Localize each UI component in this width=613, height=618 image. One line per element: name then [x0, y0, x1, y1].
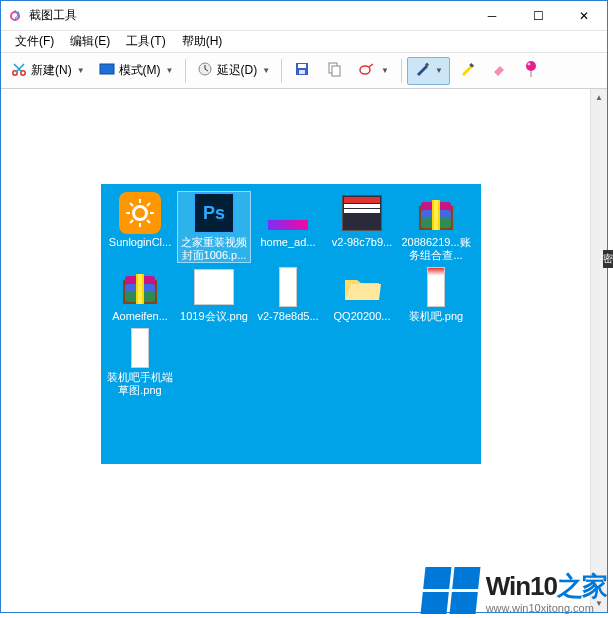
file-icon [414, 266, 458, 308]
svg-point-14 [527, 63, 530, 66]
svg-line-23 [130, 220, 133, 223]
menu-tools[interactable]: 工具(T) [118, 31, 173, 52]
vertical-scrollbar[interactable]: ▲ ▼ [590, 89, 607, 612]
rectangle-icon [99, 61, 115, 80]
watermark: Win10之家 www.win10xitong.com [423, 567, 607, 614]
menu-edit[interactable]: 编辑(E) [62, 31, 118, 52]
save-icon [294, 61, 310, 80]
desktop-file[interactable]: home_ad... [252, 192, 324, 262]
new-label: 新建(N) [31, 62, 72, 79]
desktop-file[interactable]: SunloginCl... [104, 192, 176, 262]
delay-button[interactable]: 延迟(D) ▼ [191, 57, 277, 85]
svg-rect-31 [434, 200, 438, 230]
paint3d-button[interactable] [516, 57, 546, 85]
svg-point-13 [526, 61, 536, 71]
desktop-file[interactable]: 1019会议.png [178, 266, 250, 323]
file-icon [414, 192, 458, 234]
save-button[interactable] [287, 57, 317, 85]
desktop-file[interactable]: QQ20200... [326, 266, 398, 323]
file-label: Aomeifen... [104, 310, 176, 323]
desktop-file[interactable]: 装机吧.png [400, 266, 472, 323]
file-label: 之家重装视频封面1006.p... [178, 236, 250, 262]
file-icon [118, 266, 162, 308]
desktop-file[interactable]: Aomeifen... [104, 266, 176, 323]
eraser-button[interactable] [484, 57, 514, 85]
file-icon [118, 327, 162, 369]
highlighter-icon [459, 61, 475, 80]
email-icon [358, 61, 376, 80]
watermark-text: Win10之家 www.win10xitong.com [486, 569, 607, 614]
clock-icon [197, 61, 213, 80]
file-label: 装机吧.png [400, 310, 472, 323]
svg-point-10 [360, 66, 370, 74]
balloon-icon [523, 59, 539, 82]
scissors-icon [11, 61, 27, 80]
watermark-zh: 之家 [557, 571, 607, 601]
file-label: QQ20200... [326, 310, 398, 323]
copy-icon [326, 61, 342, 80]
scroll-up-icon[interactable]: ▲ [591, 89, 607, 106]
file-icon [340, 266, 384, 308]
maximize-button[interactable]: ☐ [515, 1, 561, 31]
capture-preview: SunloginCl...Ps之家重装视频封面1006.p...home_ad.… [101, 184, 481, 464]
toolbar-separator [401, 59, 402, 83]
file-icon [266, 192, 310, 234]
dropdown-arrow-icon: ▼ [77, 66, 85, 75]
desktop-file[interactable]: 20886219...账务组合查... [400, 192, 472, 262]
svg-rect-3 [100, 64, 114, 74]
dropdown-arrow-icon: ▼ [166, 66, 174, 75]
menubar: 文件(F) 编辑(E) 工具(T) 帮助(H) [1, 31, 607, 53]
close-button[interactable]: ✕ [561, 1, 607, 31]
menu-help[interactable]: 帮助(H) [174, 31, 231, 52]
desktop-file[interactable]: Ps之家重装视频封面1006.p... [178, 192, 250, 262]
file-icon [266, 266, 310, 308]
titlebar: 截图工具 ─ ☐ ✕ [1, 1, 607, 31]
toolbar-separator [185, 59, 186, 83]
dropdown-arrow-icon: ▼ [381, 66, 389, 75]
file-icon [340, 192, 384, 234]
mode-button[interactable]: 模式(M) ▼ [93, 57, 180, 85]
windows-logo-icon [420, 567, 480, 614]
file-label: home_ad... [252, 236, 324, 249]
eraser-icon [491, 61, 507, 80]
desktop-file[interactable]: v2-78e8d5... [252, 266, 324, 323]
file-icon: Ps [192, 192, 236, 234]
delay-label: 延迟(D) [217, 62, 258, 79]
svg-line-21 [130, 203, 133, 206]
menu-file[interactable]: 文件(F) [7, 31, 62, 52]
toolbar: 新建(N) ▼ 模式(M) ▼ 延迟(D) ▼ ▼ ▼ [1, 53, 607, 89]
copy-button[interactable] [319, 57, 349, 85]
app-window: 截图工具 ─ ☐ ✕ 文件(F) 编辑(E) 工具(T) 帮助(H) 新建(N)… [0, 0, 608, 613]
file-label: v2-78e8d5... [252, 310, 324, 323]
file-label: 1019会议.png [178, 310, 250, 323]
content-area: SunloginCl...Ps之家重装视频封面1006.p...home_ad.… [1, 89, 607, 612]
svg-point-16 [135, 208, 145, 218]
right-edge-badge: 密 [603, 250, 613, 268]
watermark-en: Win10 [486, 571, 557, 601]
app-icon [7, 8, 23, 24]
desktop-file[interactable]: v2-98c7b9... [326, 192, 398, 262]
svg-rect-7 [299, 70, 305, 74]
svg-rect-38 [138, 274, 142, 304]
file-label: 装机吧手机端草图.png [104, 371, 176, 397]
file-icon [192, 266, 236, 308]
minimize-button[interactable]: ─ [469, 1, 515, 31]
svg-line-22 [147, 220, 150, 223]
svg-line-24 [147, 203, 150, 206]
file-icon [118, 192, 162, 234]
mode-label: 模式(M) [119, 62, 161, 79]
toolbar-separator [281, 59, 282, 83]
desktop-file[interactable]: 装机吧手机端草图.png [104, 327, 176, 397]
file-label: v2-98c7b9... [326, 236, 398, 249]
pen-button[interactable]: ▼ [407, 57, 450, 85]
dropdown-arrow-icon: ▼ [262, 66, 270, 75]
svg-rect-9 [332, 66, 340, 76]
watermark-url: www.win10xitong.com [486, 602, 594, 614]
file-label: 20886219...账务组合查... [400, 236, 472, 262]
dropdown-arrow-icon: ▼ [435, 66, 443, 75]
window-title: 截图工具 [29, 7, 469, 24]
file-label: SunloginCl... [104, 236, 176, 249]
highlighter-button[interactable] [452, 57, 482, 85]
new-button[interactable]: 新建(N) ▼ [5, 57, 91, 85]
email-button[interactable]: ▼ [351, 57, 396, 85]
